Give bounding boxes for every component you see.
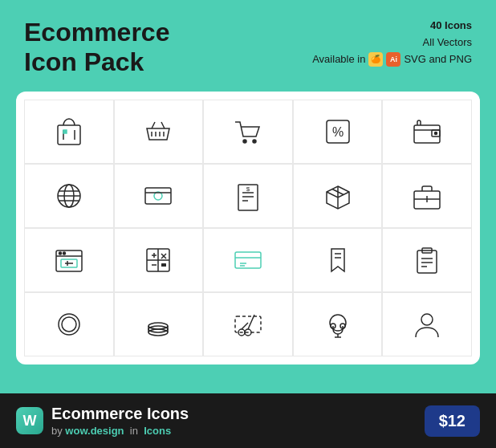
svg-rect-19 [145,188,171,204]
bottom-left: W Ecommerce Icons by wow.design in Icons [16,405,189,437]
icon-receipt: $ [203,164,293,228]
icon-credit-card [203,228,293,292]
svg-rect-42 [161,263,166,267]
svg-rect-0 [58,125,80,145]
icon-support [293,292,383,356]
icon-calculator [114,228,204,292]
available-in: Available in 🍊 Ai SVG and PNG [312,51,472,68]
svg-text:$: $ [246,185,250,193]
svg-point-7 [243,140,246,143]
icon-shopping-bag [24,100,114,164]
title-line2: Icon Pack [24,47,169,77]
by-text: by [51,425,63,437]
bottom-info: Ecommerce Icons by wow.design in Icons [51,405,189,437]
in-text: in [130,425,138,437]
icon-clipboard [382,228,472,292]
icon-briefcase [382,164,472,228]
svg-rect-43 [235,252,261,268]
icon-coin [24,292,114,356]
price-badge[interactable]: $12 [425,405,480,437]
icon-basket [114,100,204,164]
icon-bookmark [293,228,383,292]
svg-rect-49 [417,250,437,273]
icon-cart [203,100,293,164]
icon-discount: % [293,100,383,164]
icon-scissors [203,292,293,356]
ai-badge: Ai [386,52,400,67]
meta-block: 40 Icons All Vectors Available in 🍊 Ai S… [312,18,472,67]
available-in-text: Available in [312,51,365,68]
sketch-badge: 🍊 [368,52,383,67]
svg-point-32 [63,252,65,255]
icon-payment [114,164,204,228]
header: Ecommerce Icon Pack 40 Icons All Vectors… [0,0,496,92]
attribution: by wow.design in Icons [51,425,189,437]
icon-coins [114,292,204,356]
icon-grid: % $ [16,92,480,365]
svg-point-13 [435,132,437,134]
icon-globe [24,164,114,228]
w-logo: W [16,407,43,434]
svg-point-66 [421,314,433,325]
all-vectors: All Vectors [312,35,472,51]
svg-point-55 [62,317,76,332]
svg-point-8 [253,140,256,143]
title-line1: Ecommerce [24,18,169,47]
title-block: Ecommerce Icon Pack [24,18,169,77]
category-label: Icons [144,425,171,437]
svg-point-31 [59,252,61,255]
svg-text:%: % [331,125,343,139]
icon-online-shop [24,228,114,292]
icon-wallet [382,100,472,164]
format-text: SVG and PNG [404,51,472,68]
author-name: wow.design [65,425,124,437]
icon-user [382,292,472,356]
bottom-bar: W Ecommerce Icons by wow.design in Icons… [0,393,496,448]
product-title: Ecommerce Icons [51,405,189,423]
icon-box [293,164,383,228]
icons-count: 40 Icons [312,18,472,35]
